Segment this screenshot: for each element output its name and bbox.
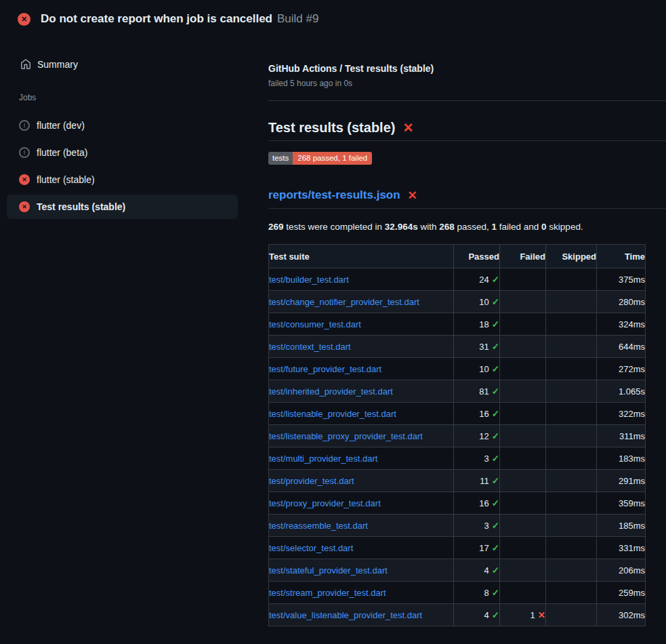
test-suite-link[interactable]: test/inherited_provider_test.dart [269, 386, 393, 397]
test-suite-link[interactable]: test/consumer_test.dart [269, 319, 361, 329]
time-cell: 272ms [597, 358, 646, 380]
count-value: 1 [530, 610, 535, 620]
report-heading: reports/test-results.json ✕ [268, 188, 666, 209]
test-suite-link[interactable]: test/selector_test.dart [269, 543, 353, 553]
time-cell: 291ms [597, 470, 646, 492]
check-icon: ✓ [492, 521, 499, 531]
test-suite-link[interactable]: test/stream_provider_test.dart [269, 588, 386, 598]
test-suite-link[interactable]: test/value_listenable_provider_test.dart [269, 610, 422, 620]
column-header-time: Time [597, 245, 646, 268]
test-suite-link[interactable]: test/multi_provider_test.dart [269, 454, 377, 464]
test-suite-link[interactable]: test/context_test.dart [269, 342, 351, 352]
skipped-cell [546, 470, 597, 492]
test-suite-link[interactable]: test/stateful_provider_test.dart [269, 565, 388, 576]
failed-cell [500, 291, 546, 313]
check-icon: ✓ [492, 610, 499, 620]
test-suite-cell: test/reassemble_test.dart [269, 515, 454, 537]
test-suite-cell: test/listenable_provider_test.dart [269, 403, 454, 425]
failed-cell [500, 492, 546, 515]
test-suite-cell: test/future_provider_test.dart [269, 358, 454, 380]
report-file-link[interactable]: reports/test-results.json [268, 188, 400, 203]
sidebar-item-flutter-dev[interactable]: ! flutter (dev) [7, 112, 238, 139]
time-cell: 302ms [597, 604, 646, 626]
test-suite-link[interactable]: test/listenable_proxy_provider_test.dart [269, 431, 423, 441]
count-value: 24 [479, 275, 488, 285]
failed-cell [500, 559, 546, 582]
test-suite-link[interactable]: test/change_notifier_provider_test.dart [269, 297, 419, 307]
check-icon: ✓ [492, 364, 499, 374]
table-row: test/value_listenable_provider_test.dart… [269, 604, 646, 626]
cancelled-status-icon: ! [19, 147, 30, 158]
failed-cell [500, 380, 546, 403]
tests-badge: tests 268 passed, 1 failed [268, 152, 372, 165]
count-value: 81 [479, 386, 488, 397]
summary-segment: skipped. [547, 222, 583, 232]
failed-cell: 1✕ [500, 604, 546, 626]
sidebar-summary-label: Summary [37, 59, 78, 70]
test-suite-cell: test/stateful_provider_test.dart [269, 559, 454, 582]
check-icon: ✓ [492, 386, 499, 397]
time-cell: 183ms [597, 447, 646, 470]
job-list: ! flutter (dev) ! flutter (beta) ✕ flutt… [7, 112, 238, 219]
table-row: test/change_notifier_provider_test.dart1… [269, 291, 646, 313]
sidebar-item-flutter-stable[interactable]: ✕ flutter (stable) [7, 166, 238, 193]
failed-status-icon: ✕ [19, 201, 30, 212]
passed-cell: 8✓ [454, 582, 500, 604]
test-suite-cell: test/stream_provider_test.dart [269, 582, 454, 604]
skipped-cell [546, 425, 597, 447]
count-value: 11 [480, 476, 489, 486]
test-suite-link[interactable]: test/listenable_provider_test.dart [269, 409, 396, 419]
test-suite-link[interactable]: test/provider_test.dart [269, 476, 354, 486]
time-cell: 324ms [597, 313, 646, 336]
skipped-cell [546, 336, 597, 358]
sidebar-item-flutter-beta[interactable]: ! flutter (beta) [7, 139, 238, 166]
table-row: test/builder_test.dart24✓375ms [269, 268, 646, 291]
table-row: test/selector_test.dart17✓331ms [269, 537, 646, 559]
skipped-cell [546, 403, 597, 425]
sidebar-item-summary[interactable]: Summary [0, 58, 259, 71]
divider [268, 100, 666, 101]
passed-cell: 81✓ [454, 380, 500, 403]
cross-icon: ✕ [538, 610, 545, 620]
time-cell: 206ms [597, 559, 646, 582]
check-icon: ✓ [492, 565, 499, 576]
check-icon: ✓ [492, 275, 499, 285]
passed-cell: 16✓ [454, 403, 500, 425]
passed-cell: 3✓ [454, 515, 500, 537]
main-content: GitHub Actions / Test results (stable) f… [259, 38, 666, 644]
column-header-failed: Failed [500, 245, 546, 268]
table-row: test/reassemble_test.dart3✓185ms [269, 515, 646, 537]
skipped-cell [546, 268, 597, 291]
test-suite-link[interactable]: test/builder_test.dart [269, 275, 349, 285]
summary-segment: tests were completed in [284, 222, 385, 232]
build-title: Do not create report when job is cancell… [41, 12, 272, 25]
passed-cell: 16✓ [454, 492, 500, 515]
section-heading: Test results (stable) ✕ [268, 119, 666, 141]
failed-cell [500, 336, 546, 358]
test-suite-link[interactable]: test/proxy_provider_test.dart [269, 498, 381, 508]
count-value: 18 [479, 319, 488, 329]
passed-cell: 31✓ [454, 336, 500, 358]
skipped-cell [546, 604, 597, 626]
table-row: test/proxy_provider_test.dart16✓359ms [269, 492, 646, 515]
count-value: 16 [479, 498, 488, 508]
skipped-cell [546, 313, 597, 336]
count-value: 3 [484, 521, 488, 531]
count-value: 31 [479, 342, 488, 352]
test-suite-cell: test/multi_provider_test.dart [269, 447, 454, 470]
table-row: test/context_test.dart31✓644ms [269, 336, 646, 358]
failed-cell [500, 358, 546, 380]
check-icon: ✓ [492, 431, 499, 441]
sidebar-item-test-results-stable[interactable]: ✕ Test results (stable) [7, 195, 238, 219]
job-label: flutter (dev) [37, 120, 85, 131]
test-suite-link[interactable]: test/reassemble_test.dart [269, 521, 368, 531]
time-cell: 359ms [597, 492, 646, 515]
skipped-cell [546, 291, 597, 313]
skipped-cell [546, 582, 597, 604]
test-suite-link[interactable]: test/future_provider_test.dart [269, 364, 381, 374]
check-icon: ✓ [492, 342, 499, 352]
sidebar: Summary Jobs ! flutter (dev) ! flutter (… [0, 38, 259, 644]
failed-cell [500, 425, 546, 447]
summary-segment: with [418, 222, 440, 232]
summary-segment: 269 [268, 222, 284, 232]
